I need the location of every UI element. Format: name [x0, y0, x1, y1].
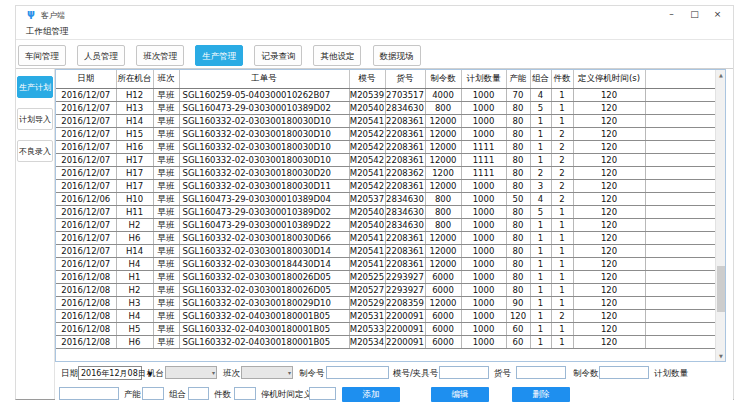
- add-button[interactable]: 添加: [342, 387, 400, 402]
- table-cell: 120: [573, 140, 645, 153]
- table-row[interactable]: 2016/12/08H2早班SGL160332-02-030300180026D…: [56, 283, 715, 296]
- col-header-pieces[interactable]: 件数: [551, 70, 573, 88]
- col-header-mold[interactable]: 模号: [349, 70, 385, 88]
- table-cell: 120: [506, 309, 530, 322]
- col-header-capacity[interactable]: 产能: [506, 70, 530, 88]
- table-cell: 2834630: [385, 101, 425, 114]
- col-header-date[interactable]: 日期: [56, 70, 116, 88]
- table-cell: M20541: [349, 114, 385, 127]
- table-cell: 6000: [425, 322, 461, 335]
- shift-select[interactable]: ▾: [241, 366, 293, 379]
- col-header-work-order[interactable]: 工单号: [179, 70, 349, 88]
- item-no-label: 货号: [494, 366, 511, 380]
- downtime-input[interactable]: [309, 387, 336, 400]
- table-cell: 4: [530, 88, 551, 101]
- date-picker[interactable]: 2016年12月08日▼: [78, 366, 142, 380]
- table-row[interactable]: 2016/12/07H15早班SGL160332-02-030300180030…: [56, 127, 715, 140]
- downtime-label: 停机时间定义: [261, 387, 312, 401]
- item-no-input[interactable]: [516, 366, 566, 379]
- tab-record-query[interactable]: 记录查询: [254, 45, 302, 66]
- table-row[interactable]: 2016/12/07H13早班SGL160473-29-030300010389…: [56, 101, 715, 114]
- scrollbar-thumb[interactable]: [717, 266, 725, 312]
- table-row[interactable]: 2016/12/08H5早班SGL160332-02-040300180001B…: [56, 322, 715, 335]
- table-body: 2016/12/07H12早班SGL160259-05-040300010262…: [56, 88, 715, 348]
- table-cell: 早班: [153, 114, 179, 127]
- table-row[interactable]: 2016/12/07H14早班SGL160332-02-030300180030…: [56, 244, 715, 257]
- table-cell: 2834630: [385, 218, 425, 231]
- col-header-item-no[interactable]: 货号: [385, 70, 425, 88]
- col-header-downtime[interactable]: 定义停机时间(s): [573, 70, 645, 88]
- table-row[interactable]: 2016/12/07H17早班SGL160332-02-030300180030…: [56, 179, 715, 192]
- table-cell: M20527: [349, 283, 385, 296]
- restore-icon[interactable]: □: [683, 8, 706, 21]
- table-row[interactable]: 2016/12/07H2早班SGL160473-29-030300010389D…: [56, 218, 715, 231]
- tab-shift[interactable]: 班次管理: [136, 45, 184, 66]
- scroll-down-icon[interactable]: ▼: [716, 351, 726, 361]
- table-cell: 早班: [153, 309, 179, 322]
- delete-button[interactable]: 删除: [512, 387, 570, 402]
- table-row[interactable]: 2016/12/07H14早班SGL160332-02-030300180030…: [56, 114, 715, 127]
- mold-no-input[interactable]: [439, 366, 489, 379]
- table-row[interactable]: 2016/12/07H4早班SGL160332-02-030300184430D…: [56, 257, 715, 270]
- col-header-shift[interactable]: 班次: [153, 70, 179, 88]
- tab-personnel[interactable]: 人员管理: [77, 45, 125, 66]
- tab-data-site[interactable]: 数据现场: [373, 45, 421, 66]
- table-row[interactable]: 2016/12/08H3早班SGL160332-02-030300180029D…: [56, 296, 715, 309]
- table-cell: 早班: [153, 335, 179, 348]
- table-row[interactable]: 2016/12/07H17早班SGL160332-02-030300180030…: [56, 166, 715, 179]
- data-grid: 日期 所在机台 班次 工单号 模号 货号 制令数 计划数量 产能 组合 件数 定…: [56, 70, 715, 349]
- table-row[interactable]: 2016/12/07H16早班SGL160332-02-030300180030…: [56, 140, 715, 153]
- table-cell: 12000: [425, 153, 461, 166]
- menu-item-workgroup[interactable]: 工作组管理: [23, 25, 72, 39]
- close-icon[interactable]: ×: [706, 8, 729, 21]
- table-cell: 2703517: [385, 88, 425, 101]
- col-header-combo[interactable]: 组合: [530, 70, 551, 88]
- table-cell: 1: [551, 231, 573, 244]
- tab-workshop[interactable]: 车间管理: [18, 45, 66, 66]
- table-row[interactable]: 2016/12/07H6早班SGL160332-02-030300180030D…: [56, 231, 715, 244]
- table-row[interactable]: 2016/12/06H10早班SGL160473-29-030300010389…: [56, 192, 715, 205]
- sidebar-item-plan-import[interactable]: 计划导入: [17, 108, 53, 130]
- machine-label: 机台: [147, 366, 164, 380]
- plan-qty-input[interactable]: [59, 387, 119, 400]
- combo-input[interactable]: [188, 387, 209, 400]
- table-cell: 1: [530, 218, 551, 231]
- table-row[interactable]: 2016/12/08H6早班SGL160332-02-040300180001B…: [56, 335, 715, 348]
- minimize-icon[interactable]: –: [660, 8, 683, 21]
- table-row[interactable]: 2016/12/07H12早班SGL160259-05-040300010262…: [56, 88, 715, 101]
- order-qty-input[interactable]: [599, 366, 649, 379]
- col-header-plan-qty[interactable]: 计划数量: [461, 70, 506, 88]
- table-cell: M20539: [349, 88, 385, 101]
- table-cell: 早班: [153, 88, 179, 101]
- edit-button[interactable]: 编辑: [431, 387, 489, 402]
- table-row[interactable]: 2016/12/07H11早班SGL160473-29-030300010389…: [56, 205, 715, 218]
- order-no-input[interactable]: [326, 366, 389, 379]
- scroll-up-icon[interactable]: ▲: [716, 70, 726, 80]
- sidebar-item-defect-entry[interactable]: 不良录入: [17, 140, 53, 162]
- table-cell: 2834630: [385, 192, 425, 205]
- table-cell: 120: [573, 322, 645, 335]
- table-cell: [645, 309, 715, 322]
- table-cell: 2016/12/08: [56, 335, 116, 348]
- table-row[interactable]: 2016/12/08H4早班SGL160332-02-040300180001B…: [56, 309, 715, 322]
- tab-other-settings[interactable]: 其他设定: [313, 45, 361, 66]
- table-cell: H3: [116, 296, 153, 309]
- pieces-input[interactable]: [234, 387, 256, 400]
- tab-production[interactable]: 生产管理: [195, 45, 243, 66]
- table-cell: SGL160332-02-040300180001B05: [179, 335, 349, 348]
- table-cell: 早班: [153, 192, 179, 205]
- table-cell: H17: [116, 166, 153, 179]
- capacity-input[interactable]: [142, 387, 164, 400]
- col-header-order-qty[interactable]: 制令数: [425, 70, 461, 88]
- table-cell: 1000: [461, 218, 506, 231]
- col-header-machine[interactable]: 所在机台: [116, 70, 153, 88]
- table-cell: 2200091: [385, 335, 425, 348]
- table-cell: 1000: [461, 335, 506, 348]
- table-row[interactable]: 2016/12/07H17早班SGL160332-02-030300180030…: [56, 153, 715, 166]
- table-cell: 1: [551, 296, 573, 309]
- vertical-scrollbar[interactable]: ▲ ▼: [715, 70, 725, 361]
- sidebar-item-production-plan[interactable]: 生产计划: [17, 76, 53, 98]
- table-row[interactable]: 2016/12/08H1早班SGL160332-02-030300180026D…: [56, 270, 715, 283]
- table-cell: 1000: [461, 309, 506, 322]
- machine-select[interactable]: ▾: [165, 366, 217, 379]
